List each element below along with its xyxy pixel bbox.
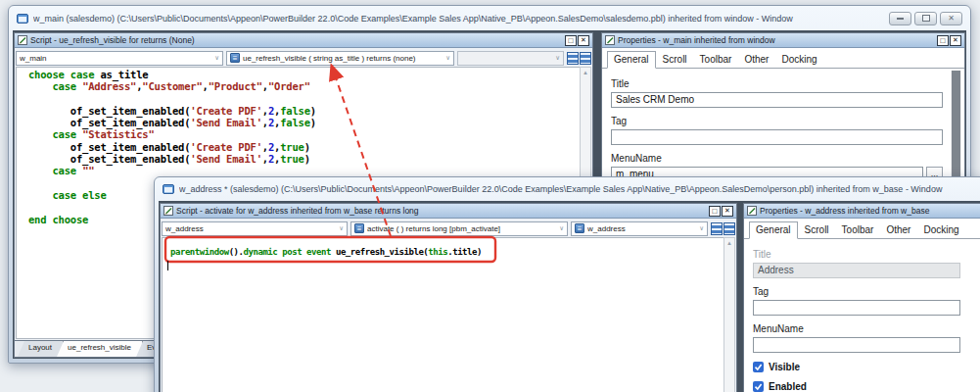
scroll-up-icon[interactable] bbox=[724, 240, 734, 246]
tab-toolbar[interactable]: Toolbar bbox=[694, 52, 738, 68]
tab-docking[interactable]: Docking bbox=[917, 222, 964, 238]
code-editor-w-address[interactable]: parentwindow().dynamic post event ue_ref… bbox=[162, 237, 723, 392]
maximize-pane-icon[interactable] bbox=[937, 35, 949, 46]
code-line: of_set_item_enabled('Create PDF',2,true) bbox=[28, 141, 580, 153]
script-pane-header[interactable]: Script - ue_refresh_visible for returns … bbox=[15, 33, 592, 48]
code-line: of_set_item_enabled('Send Email',2,false… bbox=[28, 117, 580, 128]
properties-fields: TitleAddressTagMenuName bbox=[753, 249, 960, 353]
enabled-checkbox-row: Enabled bbox=[753, 381, 960, 392]
tab-toolbar[interactable]: Toolbar bbox=[836, 222, 880, 238]
properties-tabs: GeneralScrollToolbarOtherDocking bbox=[744, 220, 980, 239]
object-dropdown-value: w_main bbox=[20, 54, 211, 63]
event-dropdown[interactable]: ≡ activate ( ) returns long [pbm_activat… bbox=[350, 221, 568, 236]
window-w-address: w_address * (salesdemo) (C:\Users\Public… bbox=[154, 176, 980, 392]
chevron-down-icon: ∨ bbox=[555, 54, 560, 62]
object-dropdown[interactable]: w_address ∨ bbox=[162, 221, 348, 236]
menuname-label: MenuName bbox=[611, 153, 943, 164]
code-line: of_set_item_enabled('Send Email',2,true) bbox=[28, 153, 580, 165]
properties-tabs: GeneralScrollToolbarOtherDocking bbox=[602, 49, 964, 69]
close-pane-icon[interactable] bbox=[722, 206, 733, 217]
w-main-titlebar[interactable]: w_main (salesdemo) (C:\Users\Public\Docu… bbox=[9, 6, 970, 30]
chevron-down-icon: ∨ bbox=[214, 54, 219, 62]
properties-pane-w-address: Properties - w_address inherited from w_… bbox=[743, 203, 980, 392]
script-pane-title: Script - activate for w_address inherite… bbox=[176, 206, 706, 216]
secondary-object-dropdown[interactable]: ≡ w_address ∨ bbox=[571, 221, 708, 236]
window-icon bbox=[17, 14, 28, 24]
secondary-object-dropdown-value: w_address bbox=[587, 224, 696, 233]
properties-pane-title: Properties - w_main inherited from windo… bbox=[618, 35, 934, 45]
script-pane-header[interactable]: Script - activate for w_address inherite… bbox=[161, 204, 736, 219]
title-label: Title bbox=[753, 249, 960, 260]
close-pane-icon[interactable] bbox=[578, 35, 589, 46]
title-field[interactable]: Sales CRM Demo bbox=[611, 92, 943, 108]
tab-scroll[interactable]: Scroll bbox=[657, 52, 693, 68]
menuname-label: MenuName bbox=[753, 323, 960, 334]
object-icon: ≡ bbox=[575, 223, 584, 233]
tab-other[interactable]: Other bbox=[738, 52, 774, 68]
properties-checkboxes: VisibleEnabledTitleBar bbox=[753, 362, 960, 392]
chevron-down-icon: ∨ bbox=[559, 224, 564, 232]
code-line: choose case as_title bbox=[28, 69, 580, 80]
chevron-down-icon: ∨ bbox=[339, 224, 344, 232]
visible-checkbox-label: Visible bbox=[769, 362, 800, 372]
script-icon bbox=[18, 35, 27, 45]
script-pane-w-address: Script - activate for w_address inherite… bbox=[160, 203, 737, 392]
event-dropdown[interactable]: ≡ ue_refresh_visible ( string as_title )… bbox=[226, 51, 454, 66]
split-view-icon[interactable] bbox=[580, 52, 591, 65]
tag-field[interactable] bbox=[753, 300, 960, 316]
tag-label: Tag bbox=[753, 286, 960, 297]
event-dropdown-value: ue_refresh_visible ( string as_title ) r… bbox=[243, 54, 443, 63]
window-icon bbox=[163, 184, 174, 194]
restore-button[interactable] bbox=[914, 12, 937, 25]
enabled-checkbox[interactable] bbox=[753, 381, 764, 392]
visible-checkbox-row: Visible bbox=[753, 362, 960, 372]
script-view-icon[interactable] bbox=[567, 52, 579, 65]
split-view-icon[interactable] bbox=[723, 222, 735, 235]
code-scrollbar[interactable] bbox=[723, 237, 735, 392]
title-field[interactable]: Address bbox=[753, 263, 960, 278]
event-icon: ≡ bbox=[230, 53, 240, 63]
properties-icon bbox=[605, 35, 615, 45]
properties-pane-title: Properties - w_address inherited from w_… bbox=[760, 206, 979, 216]
sheet-tab-ue_refresh_visible[interactable]: ue_refresh_visible bbox=[57, 341, 143, 357]
w-address-client: Script - activate for w_address inherite… bbox=[159, 201, 980, 392]
tab-other[interactable]: Other bbox=[880, 222, 916, 238]
code-line: of_set_item_enabled('Create PDF',2,false… bbox=[28, 105, 580, 117]
code-line: case "Address","Customer","Product","Ord… bbox=[28, 80, 580, 92]
title-label: Title bbox=[611, 78, 943, 89]
chevron-down-icon: ∨ bbox=[445, 54, 450, 62]
script-view-icon[interactable] bbox=[711, 222, 723, 235]
code-line: case "Statistics" bbox=[28, 128, 580, 140]
tab-general[interactable]: General bbox=[607, 51, 656, 69]
code-line bbox=[28, 93, 580, 105]
properties-pane-header[interactable]: Properties - w_address inherited from w_… bbox=[744, 204, 980, 219]
secondary-object-dropdown[interactable]: ∨ bbox=[457, 51, 564, 66]
code-line: case "" bbox=[28, 165, 580, 176]
maximize-pane-icon[interactable] bbox=[709, 206, 721, 217]
script-pane-title: Script - ue_refresh_visible for returns … bbox=[30, 35, 562, 45]
close-button[interactable] bbox=[940, 12, 962, 25]
code-line: parentwindow().dynamic post event ue_ref… bbox=[170, 246, 723, 258]
w-address-titlebar[interactable]: w_address * (salesdemo) (C:\Users\Public… bbox=[155, 177, 980, 201]
properties-form: TitleAddressTagMenuName VisibleEnabledTi… bbox=[753, 241, 960, 392]
minimize-button[interactable] bbox=[889, 12, 911, 25]
tab-general[interactable]: General bbox=[749, 221, 798, 239]
sheet-tab-layout[interactable]: Layout bbox=[18, 341, 64, 357]
scroll-up-icon[interactable] bbox=[581, 70, 590, 75]
window-title: w_main (salesdemo) (C:\Users\Public\Docu… bbox=[33, 14, 878, 24]
event-dropdown-value: activate ( ) returns long [pbm_activate] bbox=[367, 224, 556, 233]
event-icon: ≡ bbox=[354, 223, 364, 233]
properties-pane-header[interactable]: Properties - w_main inherited from windo… bbox=[602, 33, 964, 48]
tag-field[interactable] bbox=[611, 129, 943, 145]
maximize-pane-icon[interactable] bbox=[565, 35, 577, 46]
enabled-checkbox-label: Enabled bbox=[769, 381, 807, 392]
close-pane-icon[interactable] bbox=[950, 35, 961, 46]
script-icon bbox=[163, 206, 173, 216]
menuname-field[interactable] bbox=[753, 337, 960, 353]
text-cursor bbox=[167, 261, 168, 270]
script-toolbar: w_address ∨ ≡ activate ( ) returns long … bbox=[162, 220, 735, 236]
tab-docking[interactable]: Docking bbox=[775, 52, 822, 68]
visible-checkbox[interactable] bbox=[753, 362, 764, 372]
tab-scroll[interactable]: Scroll bbox=[799, 222, 835, 238]
object-dropdown[interactable]: w_main ∨ bbox=[16, 51, 223, 66]
